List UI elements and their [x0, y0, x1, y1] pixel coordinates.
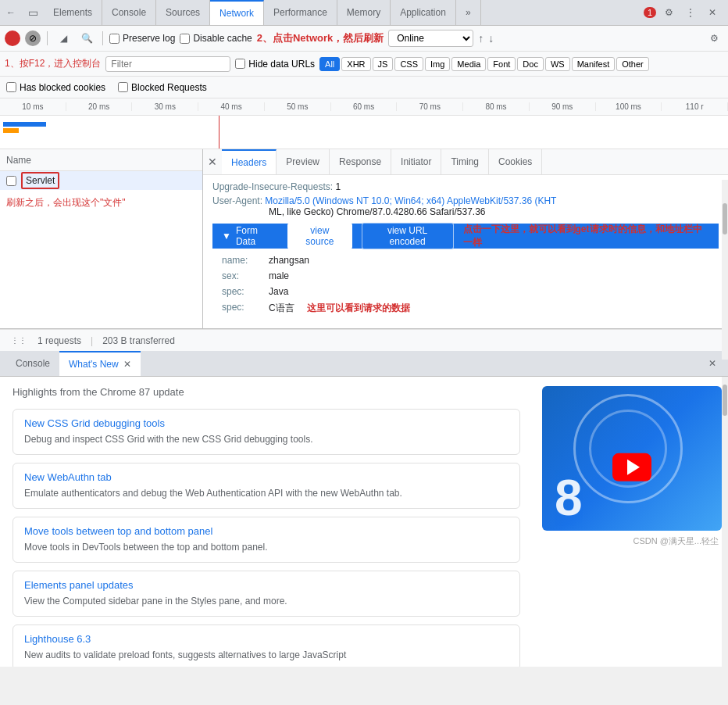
filter-type-buttons: All XHR JS CSS Img Media Font Doc WS Man…	[319, 57, 649, 71]
form-data-arrow: ▼	[222, 231, 231, 242]
tab-performance[interactable]: Performance	[264, 0, 337, 25]
play-button[interactable]	[612, 453, 651, 481]
tab-memory[interactable]: Memory	[337, 0, 391, 25]
feature-lighthouse-link[interactable]: Lighthouse 6.3	[24, 633, 91, 645]
details-tab-response[interactable]: Response	[330, 149, 391, 174]
clear-button[interactable]: ⊘	[25, 30, 41, 46]
field-spec2-value: C语言	[269, 302, 294, 315]
separator2	[102, 31, 103, 45]
filter-btn-css[interactable]: CSS	[394, 57, 423, 71]
disable-cache-checkbox[interactable]: Disable cache	[180, 33, 252, 44]
error-badge: 1	[644, 7, 656, 18]
console-dot[interactable]: ⋮⋮	[9, 331, 28, 350]
filter-btn-ws[interactable]: WS	[545, 57, 570, 71]
tab-sources[interactable]: Sources	[156, 0, 210, 25]
feature-webauthn-desc: Emulate authenticators and debug the Web…	[24, 486, 509, 500]
filter-btn-font[interactable]: Font	[487, 57, 516, 71]
view-url-encoded-button[interactable]: view URL encoded	[362, 223, 454, 249]
bottom-tab-console[interactable]: Console	[6, 351, 59, 376]
network-settings-button[interactable]: ⚙	[705, 29, 723, 48]
video-thumbnail[interactable]: 8	[542, 386, 722, 531]
back-button[interactable]: ←	[0, 3, 22, 22]
field-spec1-key: spec:	[222, 286, 269, 297]
filter-btn-media[interactable]: Media	[451, 57, 486, 71]
tick-110ms: 110 r	[662, 102, 728, 111]
filter-btn-js[interactable]: JS	[373, 57, 394, 71]
filter-btn-manifest[interactable]: Manifest	[572, 57, 616, 71]
scrollbar[interactable]	[722, 180, 728, 328]
filter-btn-doc[interactable]: Doc	[517, 57, 544, 71]
filter-btn-all[interactable]: All	[319, 57, 340, 71]
tab-elements[interactable]: Elements	[44, 0, 102, 25]
filter-btn-xhr[interactable]: XHR	[341, 57, 370, 71]
feature-webauthn-link[interactable]: New WebAuthn tab	[24, 471, 112, 483]
header-useragent: User-Agent: Mozilla/5.0 (Windows NT 10.0…	[212, 195, 719, 217]
throttle-select[interactable]: Online No throttling Slow 3G Fast 3G	[388, 30, 473, 47]
filter-btn-img[interactable]: Img	[425, 57, 450, 71]
whats-new-panel: Highlights from the Chrome 87 update New…	[0, 377, 728, 667]
field-sex-key: sex:	[222, 270, 269, 281]
field-spec1: spec: Java	[222, 286, 709, 297]
feature-elements-desc: View the Computed sidebar pane in the St…	[24, 594, 509, 608]
blocked-requests-checkbox[interactable]: Blocked Requests	[118, 82, 207, 93]
filter-icon[interactable]: ◢	[54, 29, 73, 48]
feature-webauthn: New WebAuthn tab Emulate authenticators …	[12, 463, 520, 509]
bottom-panel-close-button[interactable]: ✕	[703, 354, 722, 373]
feature-elements-link[interactable]: Elements panel updates	[24, 579, 133, 591]
right-scrollbar[interactable]	[722, 377, 728, 667]
transferred-size: 203 B transferred	[102, 335, 175, 346]
filter-input[interactable]	[105, 56, 230, 72]
filter-bar: 1、按F12，进入控制台 Hide data URLs All XHR JS C…	[0, 52, 728, 77]
header-upgrade-value: 1	[335, 181, 341, 192]
request-checkbox[interactable]	[6, 176, 16, 186]
feature-move-tools-desc: Move tools in DevTools between the top a…	[24, 540, 509, 554]
details-tab-timing[interactable]: Timing	[441, 149, 489, 174]
filter-annotation: 1、按F12，进入控制台	[5, 57, 101, 70]
hide-data-urls-checkbox[interactable]: Hide data URLs	[235, 59, 315, 70]
formdata-annotation: 点击一下这里，就可以看到get请求时的信息，和地址栏中一样	[463, 223, 709, 249]
close-button[interactable]: ✕	[703, 3, 722, 22]
details-tab-bar: ✕ Headers Preview Response Initiator Tim…	[203, 149, 728, 175]
request-annotation: 刷新之后，会出现这个"文件"	[0, 193, 202, 213]
status-bar: ⋮⋮ 1 requests | 203 B transferred	[0, 329, 728, 351]
form-data-section: ▼ Form Data view source view URL encoded…	[212, 224, 719, 326]
bottom-tab-whatsnew[interactable]: What's New ✕	[59, 351, 141, 376]
request-item-servlet[interactable]: Servlet	[0, 171, 202, 190]
blocked-cookies-checkbox[interactable]: Has blocked cookies	[6, 82, 105, 93]
status-sep: |	[91, 335, 93, 346]
feature-lighthouse: Lighthouse 6.3 New audits to validate pr…	[12, 624, 520, 667]
more-button[interactable]: ⋮	[681, 3, 700, 22]
feature-css-grid-link[interactable]: New CSS Grid debugging tools	[24, 417, 165, 429]
details-tab-headers[interactable]: Headers	[222, 149, 277, 174]
download-icon: ↓	[488, 32, 494, 45]
field-spec1-value: Java	[269, 286, 288, 297]
tick-30ms: 30 ms	[132, 102, 198, 111]
field-spec2: spec: C语言 这里可以看到请求的数据	[222, 302, 709, 315]
tab-application[interactable]: Application	[391, 0, 456, 25]
tick-50ms: 50 ms	[265, 102, 331, 111]
record-button[interactable]	[5, 30, 20, 46]
feature-elements-panel: Elements panel updates View the Computed…	[12, 571, 520, 617]
tick-40ms: 40 ms	[198, 102, 265, 111]
details-close-button[interactable]: ✕	[203, 152, 222, 171]
field-sex: sex: male	[222, 270, 709, 281]
view-source-button[interactable]: view source	[287, 223, 352, 249]
tab-network[interactable]: Network	[210, 0, 264, 25]
details-tab-initiator[interactable]: Initiator	[391, 149, 441, 174]
feature-move-tools: Move tools between top and bottom panel …	[12, 517, 520, 563]
header-upgrade-name: Upgrade-Insecure-Requests:	[212, 181, 335, 192]
search-icon[interactable]: 🔍	[77, 29, 96, 48]
tick-90ms: 90 ms	[530, 102, 596, 111]
dock-button[interactable]: ▭	[22, 3, 44, 22]
whatsnew-close-icon[interactable]: ✕	[123, 359, 131, 370]
details-tab-preview[interactable]: Preview	[277, 149, 330, 174]
filter-btn-other[interactable]: Other	[616, 57, 649, 71]
tab-console[interactable]: Console	[102, 0, 156, 25]
tab-more[interactable]: »	[456, 0, 481, 25]
settings-button[interactable]: ⚙	[659, 3, 678, 22]
details-tab-cookies[interactable]: Cookies	[489, 149, 542, 174]
header-ua-name: User-Agent:	[212, 195, 265, 206]
preserve-log-checkbox[interactable]: Preserve log	[109, 33, 175, 44]
feature-move-tools-link[interactable]: Move tools between top and bottom panel	[24, 525, 212, 537]
whats-new-right: 8 CSDN @满天星...轻尘	[533, 377, 728, 667]
